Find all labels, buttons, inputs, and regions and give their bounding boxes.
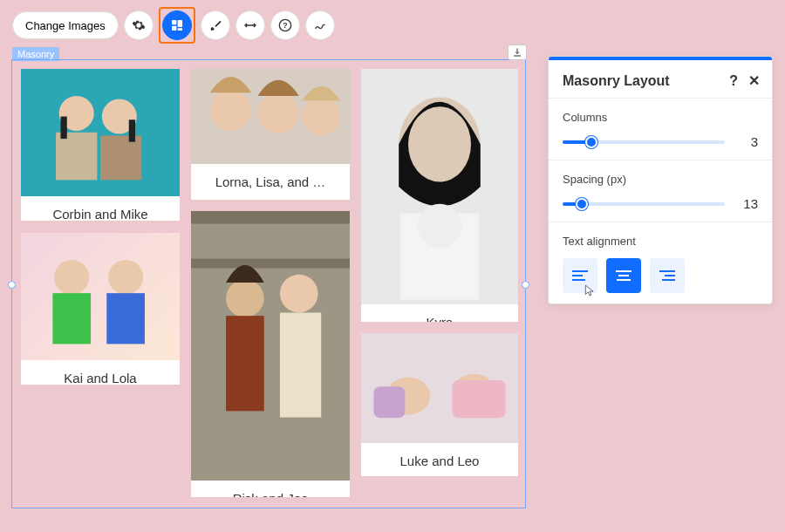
svg-point-14 xyxy=(302,98,340,136)
align-left-button[interactable] xyxy=(563,258,597,293)
svg-text:?: ? xyxy=(283,21,287,30)
caption: Lorna, Lisa, and … xyxy=(191,164,350,200)
masonry-canvas[interactable]: Corbin and Mike Lorna, Lisa, and … Kyra … xyxy=(11,59,526,508)
svg-rect-27 xyxy=(226,316,264,411)
caption: Rick and Joe xyxy=(191,481,350,497)
columns-slider[interactable] xyxy=(563,140,725,144)
stretch-button[interactable] xyxy=(236,10,265,40)
align-center-icon xyxy=(616,269,631,282)
align-right-icon xyxy=(659,269,675,282)
svg-rect-11 xyxy=(129,119,135,141)
caption: Kyra xyxy=(361,304,518,322)
gallery-card[interactable]: Rick and Joe xyxy=(191,211,350,497)
photo xyxy=(361,69,518,304)
panel-help-button[interactable]: ? xyxy=(729,73,738,89)
svg-rect-20 xyxy=(52,293,91,344)
gallery-card[interactable]: Kai and Lola xyxy=(21,233,180,385)
layout-settings-panel: Masonry Layout ? ✕ Columns 3 Spacing (px… xyxy=(548,56,773,304)
brush-icon xyxy=(208,18,222,32)
change-images-button[interactable]: Change Images xyxy=(12,11,119,39)
svg-point-28 xyxy=(280,275,318,313)
svg-rect-29 xyxy=(280,312,321,417)
layout-button-highlight xyxy=(159,7,195,44)
gallery-card[interactable]: Corbin and Mike xyxy=(21,69,180,221)
photo xyxy=(361,333,518,443)
help-button[interactable]: ? xyxy=(270,10,300,40)
spacing-section: Spacing (px) 13 xyxy=(549,160,772,222)
photo xyxy=(21,69,180,196)
columns-section: Columns 3 xyxy=(549,99,772,160)
panel-header: Masonry Layout ? ✕ xyxy=(549,60,772,98)
masonry-grid: Corbin and Mike Lorna, Lisa, and … Kyra … xyxy=(21,69,516,499)
panel-close-button[interactable]: ✕ xyxy=(748,72,760,89)
gallery-card[interactable]: Luke and Leo xyxy=(361,333,518,476)
animation-button[interactable] xyxy=(305,10,335,40)
stretch-icon xyxy=(243,18,257,32)
design-brush-button[interactable] xyxy=(201,10,230,40)
caption: Kai and Lola xyxy=(21,360,180,385)
svg-point-16 xyxy=(408,106,471,181)
spacing-value: 13 xyxy=(737,196,758,211)
animation-icon xyxy=(313,18,327,32)
svg-point-18 xyxy=(418,204,461,248)
svg-rect-0 xyxy=(172,20,176,24)
svg-rect-31 xyxy=(373,386,405,418)
align-center-button[interactable] xyxy=(606,258,641,293)
caption: Corbin and Mike xyxy=(21,196,180,221)
svg-rect-3 xyxy=(177,28,181,31)
download-icon xyxy=(512,47,522,58)
columns-label: Columns xyxy=(563,111,758,124)
panel-title: Masonry Layout xyxy=(563,73,670,89)
gallery-card[interactable]: Kyra xyxy=(361,69,518,322)
columns-value: 3 xyxy=(737,134,758,149)
spacing-slider[interactable] xyxy=(563,202,725,206)
photo xyxy=(191,211,350,481)
resize-handle-right[interactable] xyxy=(522,281,529,289)
settings-gear-button[interactable] xyxy=(124,10,154,40)
alignment-section: Text alignment xyxy=(549,222,772,304)
photo xyxy=(21,233,180,360)
svg-rect-25 xyxy=(191,259,350,269)
layout-button[interactable] xyxy=(162,10,192,40)
resize-handle-left[interactable] xyxy=(8,281,16,289)
svg-rect-2 xyxy=(172,26,176,31)
help-icon: ? xyxy=(278,18,292,32)
photo xyxy=(191,69,350,164)
caption: Luke and Leo xyxy=(361,443,518,476)
svg-point-26 xyxy=(226,279,264,317)
svg-point-12 xyxy=(210,90,251,131)
svg-point-13 xyxy=(257,92,298,133)
svg-rect-22 xyxy=(106,293,145,344)
layout-icon xyxy=(170,18,184,32)
alignment-label: Text alignment xyxy=(563,235,758,248)
spacing-label: Spacing (px) xyxy=(563,173,758,186)
svg-rect-9 xyxy=(100,135,141,180)
svg-rect-24 xyxy=(191,211,350,224)
gallery-card[interactable]: Lorna, Lisa, and … xyxy=(191,69,350,200)
align-left-icon xyxy=(572,269,588,282)
gear-icon xyxy=(132,18,146,32)
svg-point-21 xyxy=(108,260,143,295)
anchor-button[interactable] xyxy=(508,44,527,60)
svg-rect-23 xyxy=(191,211,350,481)
svg-rect-1 xyxy=(177,20,181,27)
align-right-button[interactable] xyxy=(650,258,685,293)
svg-rect-10 xyxy=(61,117,67,139)
svg-rect-7 xyxy=(56,133,97,181)
svg-point-19 xyxy=(54,260,89,295)
toolbar: Change Images ? xyxy=(12,7,335,44)
svg-rect-33 xyxy=(452,380,505,418)
